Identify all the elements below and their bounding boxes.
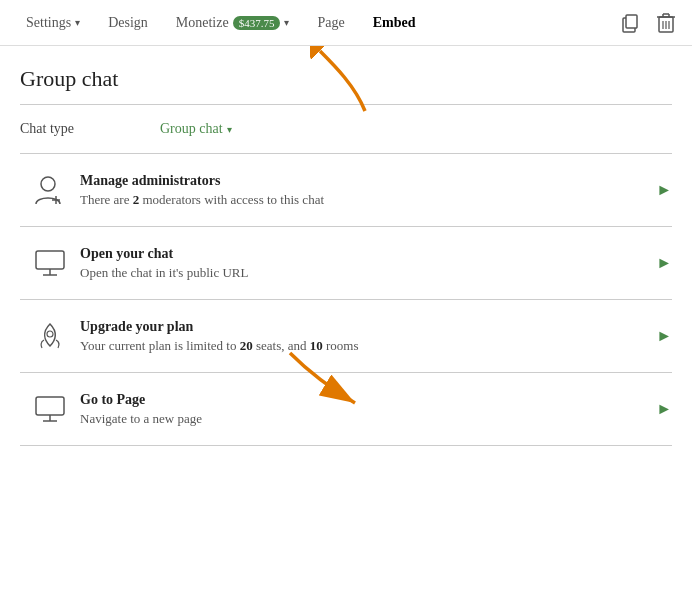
chat-type-selector[interactable]: Group chat ▾ bbox=[160, 121, 232, 137]
monitor-icon bbox=[32, 245, 68, 281]
main-content: Group chat Chat type Group chat ▾ M bbox=[0, 46, 692, 446]
trash-icon-button[interactable] bbox=[652, 9, 680, 37]
chat-type-label: Chat type bbox=[20, 121, 160, 137]
svg-point-17 bbox=[47, 331, 53, 337]
monitor2-icon bbox=[32, 391, 68, 427]
person-add-icon bbox=[32, 172, 68, 208]
copy-icon-button[interactable] bbox=[616, 9, 644, 37]
nav-icon-group bbox=[616, 9, 680, 37]
rocket-icon bbox=[32, 318, 68, 354]
manage-admins-content: Manage administrators There are 2 modera… bbox=[80, 173, 648, 208]
embed-label: Embed bbox=[373, 15, 416, 31]
nav-design[interactable]: Design bbox=[94, 0, 162, 46]
chat-type-caret: ▾ bbox=[227, 124, 232, 135]
list-item-manage-admins[interactable]: Manage administrators There are 2 modera… bbox=[20, 154, 672, 227]
monetize-label: Monetize bbox=[176, 15, 229, 31]
open-chat-chevron: ► bbox=[656, 254, 672, 272]
open-chat-title: Open your chat bbox=[80, 246, 648, 262]
chat-type-value-text: Group chat bbox=[160, 121, 223, 137]
nav-settings[interactable]: Settings ▾ bbox=[12, 0, 94, 46]
manage-admins-chevron: ► bbox=[656, 181, 672, 199]
svg-rect-18 bbox=[36, 397, 64, 415]
svg-rect-14 bbox=[36, 251, 64, 269]
go-to-page-arrow-annotation bbox=[280, 343, 380, 413]
upgrade-plan-chevron: ► bbox=[656, 327, 672, 345]
list-item-open-chat[interactable]: Open your chat Open the chat in it's pub… bbox=[20, 227, 672, 300]
page-label: Page bbox=[317, 15, 344, 31]
manage-admins-title: Manage administrators bbox=[80, 173, 648, 189]
settings-label: Settings bbox=[26, 15, 71, 31]
settings-caret: ▾ bbox=[75, 17, 80, 28]
manage-admins-desc: There are 2 moderators with access to th… bbox=[80, 192, 648, 208]
app-container: Settings ▾ Design Monetize $437.75 ▾ Pag… bbox=[0, 0, 692, 446]
svg-rect-1 bbox=[626, 15, 637, 28]
open-chat-content: Open your chat Open the chat in it's pub… bbox=[80, 246, 648, 281]
top-nav: Settings ▾ Design Monetize $437.75 ▾ Pag… bbox=[0, 0, 692, 46]
upgrade-plan-title: Upgrade your plan bbox=[80, 319, 648, 335]
go-to-page-chevron: ► bbox=[656, 400, 672, 418]
design-label: Design bbox=[108, 15, 148, 31]
chat-type-row: Chat type Group chat ▾ bbox=[20, 105, 672, 154]
monetize-badge: $437.75 bbox=[233, 16, 281, 30]
svg-point-11 bbox=[41, 177, 55, 191]
go-to-page-icon bbox=[20, 391, 80, 427]
copy-icon bbox=[619, 12, 641, 34]
nav-embed[interactable]: Embed bbox=[359, 0, 430, 46]
upgrade-plan-icon bbox=[20, 318, 80, 354]
manage-admins-icon bbox=[20, 172, 80, 208]
nav-page[interactable]: Page bbox=[303, 0, 358, 46]
open-chat-desc: Open the chat in it's public URL bbox=[80, 265, 648, 281]
monetize-caret: ▾ bbox=[284, 17, 289, 28]
list-item-go-to-page[interactable]: Go to Page Navigate to a new page ► bbox=[20, 373, 672, 446]
open-chat-icon bbox=[20, 245, 80, 281]
trash-icon bbox=[656, 12, 676, 34]
page-title: Group chat bbox=[20, 46, 672, 104]
nav-monetize[interactable]: Monetize $437.75 ▾ bbox=[162, 0, 304, 46]
